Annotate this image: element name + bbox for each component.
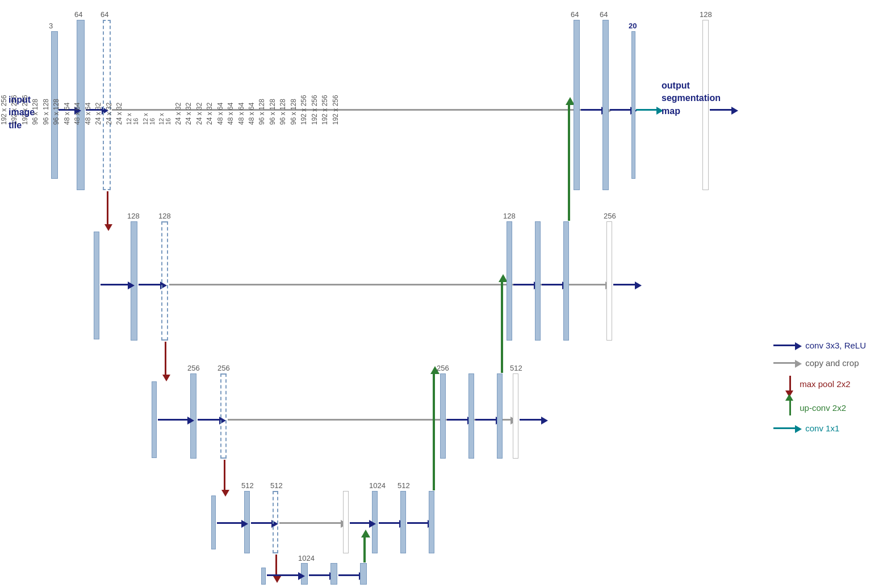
label-24x32-dec1: 24 x 32 — [185, 79, 192, 125]
label-64-dec: 64 — [571, 10, 579, 19]
enc4-fmap2 — [273, 491, 278, 553]
dec4-fmap2 — [400, 491, 406, 553]
label-24x32-dec0: 24 x 32 — [174, 79, 182, 125]
conv-arrow-d1b — [581, 109, 602, 111]
legend: conv 3x3, ReLU copy and crop max pool 2x… — [773, 341, 866, 441]
label-48x64-0: 48 x 64 — [63, 68, 71, 125]
upconv-arrow-2 — [433, 373, 435, 490]
legend-teal-arrow — [773, 427, 796, 429]
label-512a: 512 — [241, 481, 254, 490]
conv-arrow-4a — [217, 522, 242, 524]
label-192x256-dec2: 192 x 256 — [321, 0, 329, 125]
dec3-fmap1 — [440, 373, 446, 459]
unet-diagram: 3 192 x 256 64 192 x 256 64 192 x 256 in… — [0, 0, 883, 588]
legend-max-pool-label: max pool 2x2 — [800, 379, 850, 389]
dec4-white — [343, 491, 349, 553]
conv-arrow-5c — [338, 574, 360, 576]
dec2-fmap3 — [563, 221, 569, 341]
enc3-fmap1 — [190, 373, 196, 459]
legend-conv-1x1: conv 1x1 — [773, 423, 866, 433]
label-48x64-dec3: 48 x 64 — [248, 60, 256, 125]
label-24x32-2: 24 x 32 — [115, 79, 123, 125]
label-96x128-2: 96 x 128 — [52, 37, 60, 125]
legend-max-pool: max pool 2x2 — [773, 376, 866, 392]
label-128-dec1: 128 — [700, 10, 712, 19]
label-48x64-2: 48 x 64 — [84, 60, 92, 125]
dec2-white — [606, 221, 612, 341]
label-48x64-dec1: 48 x 64 — [227, 60, 235, 125]
output-segmentation-map-label: outputsegmentationmap — [662, 79, 721, 117]
conv-arrow-d3b — [447, 419, 468, 421]
label-256b: 256 — [217, 364, 230, 372]
label-24x32-dec3: 24 x 32 — [206, 79, 214, 125]
label-192x256-dec1: 192 x 256 — [311, 0, 319, 125]
label-96x128-dec2: 96 x 128 — [279, 37, 287, 125]
label-128b: 128 — [158, 212, 171, 220]
label-3: 3 — [49, 22, 53, 30]
conv-arrow-d4c — [407, 522, 429, 524]
legend-blue-arrow — [773, 345, 796, 346]
legend-conv-relu: conv 3x3, ReLU — [773, 341, 866, 350]
bot-fmap0 — [261, 568, 266, 585]
legend-red-arrow — [789, 376, 791, 392]
dec2-fmap2 — [535, 221, 541, 341]
label-256-dec2: 256 — [604, 212, 616, 220]
legend-conv-relu-label: conv 3x3, ReLU — [805, 341, 866, 350]
label-48x64-dec0: 48 x 64 — [216, 60, 224, 125]
upconv-arrow-1 — [363, 536, 366, 562]
conv-arrow-d1c — [610, 109, 631, 111]
label-96x128-0: 96 x 128 — [31, 45, 39, 125]
conv-arrow-3a — [158, 419, 189, 421]
label-256-dec: 256 — [437, 364, 449, 372]
copy-arrow-2 — [169, 284, 606, 285]
label-12x16-2: 12 x 16 — [158, 109, 171, 125]
label-64b: 64 — [101, 10, 108, 19]
label-192x256-in: 192 x 256 — [0, 11, 8, 125]
bot-fmap3 — [360, 563, 367, 585]
bot-fmap2 — [330, 563, 337, 585]
label-64a: 64 — [74, 10, 82, 19]
conv-arrow-d2a — [613, 284, 636, 285]
conv-arrow-d3c — [475, 419, 497, 421]
enc3-fmap2 — [220, 373, 227, 459]
copy-arrow-4 — [279, 522, 342, 524]
label-12x16-0: 12 x 16 — [125, 109, 139, 125]
legend-up-conv-label: up-conv 2x2 — [800, 403, 846, 413]
legend-copy-crop: copy and crop — [773, 358, 866, 368]
conv-arrow-5b — [309, 574, 330, 576]
label-96x128-dec0: 96 x 128 — [258, 37, 266, 125]
legend-green-arrow — [789, 400, 791, 415]
conv-arrow-4b — [251, 522, 273, 524]
conv-arrow-3b — [198, 419, 220, 421]
label-128-dec: 128 — [503, 212, 516, 220]
enc4-fmap0 — [211, 495, 216, 549]
enc3-fmap0 — [152, 381, 157, 458]
conv-arrow-d2b — [513, 284, 535, 285]
label-96x128-dec1: 96 x 128 — [269, 37, 277, 125]
label-24x32-dec2: 24 x 32 — [195, 79, 203, 125]
label-24x32-1: 24 x 32 — [105, 79, 113, 125]
conv-arrow-d3a — [520, 419, 542, 421]
label-64-dec2: 64 — [600, 10, 608, 19]
label-192x256-dec3: 192 x 256 — [332, 11, 340, 125]
label-48x64-1: 48 x 64 — [73, 60, 81, 125]
label-128a: 128 — [127, 212, 140, 220]
dec1-fmap1 — [574, 20, 580, 190]
dec1-fmap3-output — [631, 31, 635, 179]
dec4-fmap3 — [429, 491, 434, 553]
label-24x32-0: 24 x 32 — [94, 85, 102, 125]
conv-arrow-d2c — [542, 284, 563, 285]
label-512b: 512 — [270, 481, 283, 490]
enc2-fmap0 — [94, 232, 99, 339]
maxpool-arrow-2 — [165, 342, 166, 376]
legend-gray-arrow — [773, 362, 796, 364]
label-48x64-dec2: 48 x 64 — [237, 60, 245, 125]
label-512-dec3: 512 — [510, 364, 522, 372]
conv-arrow-2a — [101, 284, 129, 285]
conv-arrow-5a — [267, 574, 299, 576]
enc2-fmap2 — [161, 221, 168, 341]
dec3-fmap2 — [468, 373, 474, 459]
label-256a: 256 — [187, 364, 200, 372]
label-512-dec: 512 — [397, 481, 410, 490]
label-96x128-1: 96 x 128 — [42, 37, 50, 125]
